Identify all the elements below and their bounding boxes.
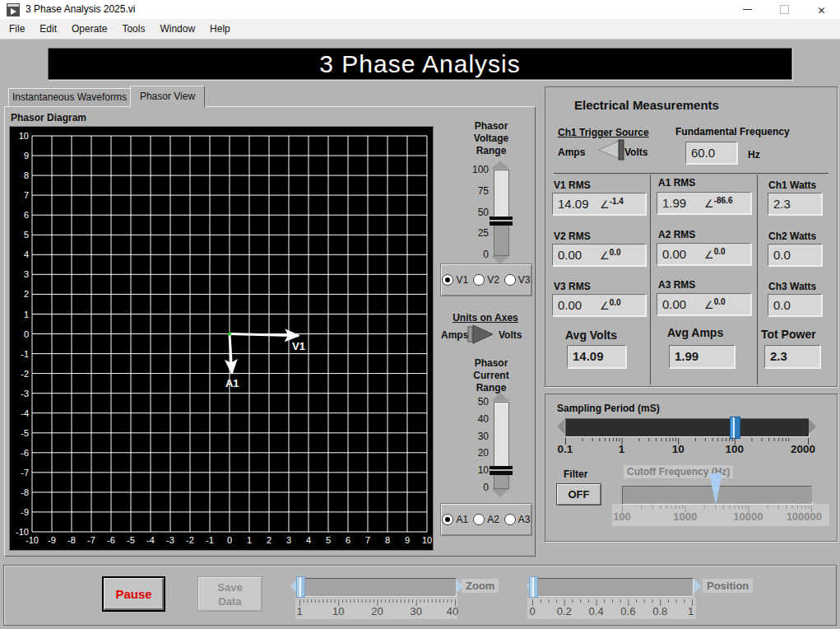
maximize-icon — [780, 5, 789, 14]
pause-button[interactable]: Pause — [102, 576, 165, 612]
radio-button-icon[interactable] — [504, 274, 516, 286]
slider-increment-arrow[interactable] — [812, 487, 819, 502]
phasor-diagram-label: Phasor Diagram — [11, 112, 86, 123]
y-axis-tick-label: -9 — [21, 507, 29, 517]
slider-thumb[interactable] — [296, 576, 305, 598]
tab-phasor-view[interactable]: Phasor View — [130, 86, 205, 108]
radio-button-icon[interactable] — [473, 514, 485, 525]
radio-button-icon[interactable] — [442, 274, 453, 286]
radio-button-icon[interactable] — [473, 274, 485, 286]
radio-option-a3[interactable]: A3 — [504, 514, 531, 525]
slider-decrement-arrow[interactable] — [491, 489, 509, 497]
slider-decrement-arrow[interactable] — [614, 487, 621, 502]
radio-label: V1 — [456, 274, 468, 286]
value-text: 0.0 — [773, 298, 791, 312]
angle-indicator: 0.0 — [600, 298, 621, 313]
angle-value: 0.0 — [714, 297, 726, 306]
radio-option-a2[interactable]: A2 — [473, 514, 499, 525]
avg-volts-label: Avg Volts — [565, 328, 617, 342]
slider-decrement-arrow[interactable] — [557, 419, 564, 434]
slider-increment-arrow[interactable] — [694, 579, 701, 594]
position-slider: 00.20.40.60.81 — [526, 577, 711, 614]
slider-track[interactable] — [622, 486, 813, 505]
menu-help[interactable]: Help — [202, 23, 238, 35]
y-axis-tick-label: -5 — [21, 428, 29, 438]
application-window: 3 Phase Analysis 2025.vi File Edit Opera… — [0, 0, 840, 629]
radio-button-icon[interactable] — [504, 514, 516, 525]
radio-option-v2[interactable]: V2 — [473, 274, 499, 286]
slider-track[interactable] — [299, 578, 457, 597]
radio-option-a1[interactable]: A1 — [442, 514, 468, 525]
radio-label: A2 — [487, 514, 499, 525]
y-axis-tick-label: 10 — [19, 131, 29, 141]
slider-tick-label: 30 — [411, 605, 422, 617]
angle-value: 0.0 — [714, 247, 726, 256]
close-icon — [817, 2, 825, 17]
units-toggle-switch[interactable] — [466, 323, 496, 346]
y-axis-tick-label: -10 — [16, 527, 29, 537]
menu-operate[interactable]: Operate — [64, 23, 114, 35]
radio-option-v1[interactable]: V1 — [442, 274, 468, 286]
banner: 3 Phase Analysis — [48, 48, 792, 80]
slider-thumb[interactable] — [730, 417, 740, 439]
sampling-period-slider: 0.11101002000 — [557, 417, 828, 456]
close-button[interactable] — [803, 0, 840, 19]
angle-icon — [704, 196, 714, 210]
radio-label: A3 — [518, 514, 531, 525]
phasor-voltage-range-slider: 1007550250 — [461, 161, 520, 268]
v2-rms-display: 0.00 0.0 — [552, 244, 646, 266]
slider-thumb[interactable] — [490, 217, 513, 226]
menu-tools[interactable]: Tools — [114, 23, 152, 35]
x-axis-tick-label: -3 — [166, 535, 174, 545]
radio-label: V3 — [518, 274, 531, 286]
value-text: 1.99 — [675, 349, 698, 363]
slider-thumb[interactable] — [490, 466, 513, 475]
tab-instantaneous-waveforms[interactable]: Instantaneous Waveforms — [8, 88, 131, 107]
y-axis-tick-label: -8 — [21, 487, 29, 497]
slider-pointer-thumb[interactable] — [709, 473, 722, 505]
y-axis-tick-label: 0 — [24, 329, 29, 339]
v1-rms-display: 14.09 -1.4 — [552, 193, 646, 215]
slider-tick-label: 0.1 — [558, 443, 573, 455]
save-data-button[interactable]: Save Data — [197, 576, 262, 612]
menu-edit[interactable]: Edit — [32, 23, 64, 35]
tot-power-label: Tot Power — [761, 328, 816, 341]
trigger-toggle-switch[interactable] — [595, 138, 626, 161]
y-axis-tick-label: 1 — [24, 310, 29, 319]
slider-track[interactable] — [532, 578, 694, 597]
slider-track[interactable] — [565, 418, 810, 437]
value-text: 2.3 — [770, 349, 787, 363]
trigger-volts-label: Volts — [624, 147, 647, 158]
window-title: 3 Phase Analysis 2025.vi — [26, 3, 135, 15]
slider-increment-arrow[interactable] — [491, 393, 509, 401]
angle-value: 0.0 — [610, 248, 621, 257]
value-text: 14.09 — [573, 349, 604, 363]
filter-off-button[interactable]: OFF — [556, 483, 601, 506]
slider-track[interactable] — [494, 402, 509, 489]
slider-tick-label: 10 — [332, 605, 344, 617]
minimize-button[interactable] — [729, 0, 766, 19]
zoom-label: Zoom — [462, 579, 499, 593]
slider-tick-label: 0.4 — [589, 605, 604, 617]
slider-track[interactable] — [494, 170, 509, 256]
radio-button-icon[interactable] — [442, 514, 453, 525]
x-axis-tick-label: 8 — [385, 535, 390, 545]
maximize-button[interactable] — [766, 0, 803, 19]
labview-app-icon — [7, 3, 20, 16]
menu-window[interactable]: Window — [152, 23, 202, 35]
menu-file[interactable]: File — [2, 23, 32, 35]
slider-thumb[interactable] — [529, 576, 538, 598]
slider-increment-arrow[interactable] — [809, 419, 816, 434]
slider-tick-label: 1 — [619, 443, 625, 455]
ch3-watts-label: Ch3 Watts — [768, 281, 816, 292]
slider-increment-arrow[interactable] — [491, 161, 509, 169]
radio-label: V2 — [487, 274, 499, 286]
phasor-current-range-slider: 50403020100 — [461, 394, 520, 501]
radio-option-v3[interactable]: V3 — [504, 274, 531, 286]
x-axis-tick-label: -6 — [107, 535, 115, 545]
panel-title: Electrical Measurements — [574, 98, 719, 112]
units-on-axes-label: Units on Axes — [444, 312, 527, 324]
x-axis-tick-label: 2 — [267, 535, 271, 545]
v2-rms-label: V2 RMS — [554, 231, 591, 242]
slider-tick-label: 20 — [461, 447, 489, 459]
